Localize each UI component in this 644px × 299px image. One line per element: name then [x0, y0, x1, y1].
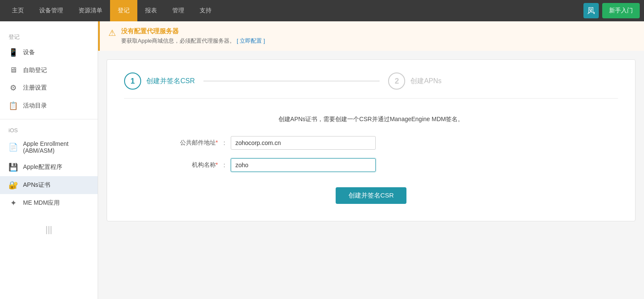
- main-content: ⚠ 没有配置代理服务器 要获取Apple商城信息，必须配置代理服务器。 [ 立即…: [98, 21, 644, 299]
- nav-item-reports[interactable]: 报表: [137, 0, 165, 21]
- sidebar-item-me-mdm-app[interactable]: ✦ ME MDM应用: [0, 194, 98, 212]
- sidebar-item-self-enrollment-label: 自助登记: [23, 67, 89, 74]
- email-input[interactable]: [231, 136, 376, 150]
- org-label: 机构名称*: [150, 161, 218, 169]
- alert-desc: 要获取Apple商城信息，必须配置代理服务器。 [ 立即配置 ]: [121, 37, 265, 45]
- sidebar-item-apns-certificate[interactable]: 🔐 APNs证书: [0, 176, 98, 194]
- sidebar-item-apple-enrollment-label: Apple Enrollment(ABM/ASM): [23, 140, 89, 154]
- step-2: 2 创建APNs: [388, 73, 441, 90]
- settings-icon: ⚙: [9, 83, 18, 93]
- nav-item-enrollment[interactable]: 登记: [110, 0, 137, 21]
- alert-banner: ⚠ 没有配置代理服务器 要获取Apple商城信息，必须配置代理服务器。 [ 立即…: [98, 21, 644, 51]
- apns-icon: 🔐: [9, 180, 18, 190]
- form-actions: 创建并签名CSR: [124, 187, 618, 204]
- org-colon: :: [218, 162, 231, 168]
- nav-item-home[interactable]: 主页: [4, 0, 32, 21]
- nav-right: 凤 新手入门: [583, 3, 640, 18]
- sidebar-item-me-mdm-label: ME MDM应用: [23, 199, 89, 207]
- main-layout: 登记 📱 设备 🖥 自助登记 ⚙ 注册设置 📋 活动目录 iOS 📄 Apple…: [0, 21, 644, 299]
- alert-title: 没有配置代理服务器: [121, 27, 265, 35]
- sidebar-item-devices[interactable]: 📱 设备: [0, 44, 98, 61]
- step-1-circle: 1: [124, 73, 141, 90]
- mdm-app-icon: ✦: [9, 198, 18, 208]
- sidebar-item-self-enrollment[interactable]: 🖥 自助登记: [0, 61, 98, 79]
- sidebar-item-apple-configurator-label: Apple配置程序: [23, 163, 89, 171]
- step-2-circle: 2: [388, 73, 405, 90]
- nav-item-device-management[interactable]: 设备管理: [32, 0, 71, 21]
- main-card: 1 创建并签名CSR 2 创建APNs 创建APNs证书，需要创建一个CSR并通…: [107, 59, 635, 221]
- profile-icon-button[interactable]: 凤: [583, 3, 599, 18]
- email-colon: :: [218, 139, 231, 146]
- step-connector: [203, 81, 380, 81]
- device-icon: 📱: [9, 48, 18, 57]
- directory-icon: 📋: [9, 101, 18, 110]
- sidebar-section-ios: iOS: [0, 124, 98, 136]
- sidebar-item-devices-label: 设备: [23, 49, 89, 56]
- email-field-row: 公共邮件地址* :: [124, 136, 618, 150]
- alert-icon: ⚠: [108, 28, 116, 38]
- step-2-label: 创建APNs: [410, 77, 441, 86]
- nav-item-manage[interactable]: 管理: [165, 0, 192, 21]
- sidebar-divider: [0, 119, 98, 119]
- sidebar-item-active-directory-label: 活动目录: [23, 102, 89, 110]
- org-field-row: 机构名称* :: [124, 158, 618, 172]
- alert-content: 没有配置代理服务器 要获取Apple商城信息，必须配置代理服务器。 [ 立即配置…: [121, 27, 265, 45]
- sidebar-item-apns-label: APNs证书: [23, 181, 89, 189]
- self-enroll-icon: 🖥: [9, 66, 18, 75]
- step-1-label: 创建并签名CSR: [146, 77, 195, 86]
- sidebar-item-apple-enrollment[interactable]: 📄 Apple Enrollment(ABM/ASM): [0, 136, 98, 158]
- alert-config-link[interactable]: [ 立即配置 ]: [237, 38, 265, 44]
- sidebar-item-active-directory[interactable]: 📋 活动目录: [0, 97, 98, 115]
- nav-items: 主页 设备管理 资源清单 登记 报表 管理 支持: [4, 0, 583, 21]
- nav-item-inventory[interactable]: 资源清单: [71, 0, 110, 21]
- nav-item-support[interactable]: 支持: [192, 0, 219, 21]
- sidebar: 登记 📱 设备 🖥 自助登记 ⚙ 注册设置 📋 活动目录 iOS 📄 Apple…: [0, 21, 98, 299]
- step-1: 1 创建并签名CSR: [124, 73, 195, 90]
- sidebar-item-apple-configurator[interactable]: 💾 Apple配置程序: [0, 158, 98, 176]
- email-label: 公共邮件地址*: [150, 139, 218, 147]
- form-description: 创建APNs证书，需要创建一个CSR并通过ManageEngine MDM签名。: [124, 116, 618, 123]
- sidebar-section-enrollment: 登记: [0, 30, 98, 44]
- new-user-button[interactable]: 新手入门: [602, 3, 640, 18]
- apple-configurator-icon: 💾: [9, 163, 18, 172]
- org-input[interactable]: [231, 158, 376, 172]
- sidebar-item-enrollment-settings-label: 注册设置: [23, 84, 89, 92]
- create-sign-csr-button[interactable]: 创建并签名CSR: [336, 187, 407, 204]
- sidebar-item-enrollment-settings[interactable]: ⚙ 注册设置: [0, 79, 98, 97]
- steps-indicator: 1 创建并签名CSR 2 创建APNs: [124, 73, 618, 99]
- apple-enrollment-icon: 📄: [9, 142, 18, 152]
- alert-desc-text: 要获取Apple商城信息，必须配置代理服务器。: [121, 38, 235, 44]
- sidebar-resize-handle[interactable]: |||: [0, 221, 98, 239]
- top-navigation: 主页 设备管理 资源清单 登记 报表 管理 支持 凤 新手入门: [0, 0, 644, 21]
